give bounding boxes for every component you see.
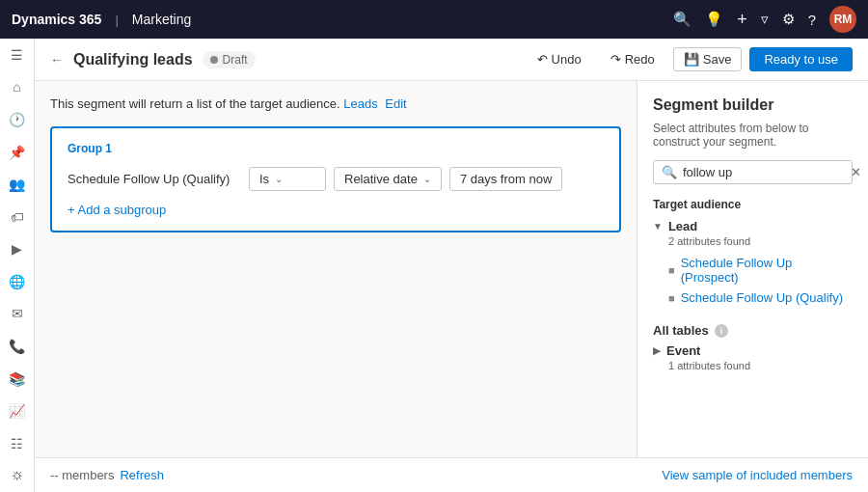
page-title: Qualifying leads — [73, 51, 193, 68]
condition-row: Schedule Follow Up (Qualify) Is ⌄ Relati… — [68, 167, 604, 191]
segment-editor: This segment will return a list of the t… — [35, 81, 637, 457]
view-sample-link[interactable]: View sample of included members — [662, 468, 853, 482]
date-type-chevron-icon: ⌄ — [423, 174, 431, 184]
status-badge: Draft — [203, 51, 256, 68]
status-label: Draft — [223, 53, 248, 67]
date-value: 7 days from now — [449, 167, 562, 191]
attribute-item-qualify[interactable]: ■ Schedule Follow Up (Qualify) — [653, 287, 853, 308]
attribute-icon-prospect: ■ — [668, 264, 675, 276]
sidebar-icon-tag[interactable]: 🏷 — [4, 208, 31, 226]
undo-icon: ↶ — [537, 52, 548, 67]
bottom-bar: -- members Refresh View sample of includ… — [35, 457, 868, 492]
condition-field: Schedule Follow Up (Qualify) — [68, 172, 241, 186]
operator-chevron-icon: ⌄ — [275, 174, 283, 184]
status-dot — [210, 56, 218, 64]
help-icon[interactable]: ? — [808, 12, 816, 28]
builder-title: Segment builder — [653, 96, 853, 114]
back-button[interactable]: ← — [50, 52, 64, 68]
save-button[interactable]: 💾 Save — [673, 47, 743, 71]
add-subgroup-button[interactable]: + Add a subgroup — [68, 203, 604, 217]
search-icon: 🔍 — [662, 165, 677, 179]
group-label: Group 1 — [68, 142, 604, 155]
search-input[interactable] — [683, 165, 845, 179]
edit-link[interactable]: Edit — [385, 96, 406, 111]
event-group-header[interactable]: ▶ Event — [653, 343, 853, 358]
plus-icon[interactable]: + — [737, 10, 747, 30]
redo-icon: ↷ — [610, 52, 621, 67]
sidebar-icon-home[interactable]: ⌂ — [4, 79, 31, 96]
audience-link[interactable]: Leads — [343, 96, 377, 111]
attribute-label-prospect: Schedule Follow Up (Prospect) — [681, 256, 845, 285]
topbar-icons: 🔍 💡 + ▿ ⚙ ? RM — [673, 6, 856, 33]
all-tables-label: All tables — [653, 323, 709, 338]
sidebar-icon-email[interactable]: ✉ — [4, 306, 31, 323]
ready-to-use-button[interactable]: Ready to use — [749, 47, 853, 71]
lightbulb-icon[interactable]: 💡 — [705, 11, 723, 28]
all-tables-header: All tables i — [653, 323, 853, 338]
event-group: ▶ Event 1 attributes found — [653, 343, 853, 371]
clear-icon[interactable]: ✕ — [851, 165, 861, 179]
main-layout: ☰ ⌂ 🕐 📌 👥 🏷 ▶ 🌐 ✉ 📞 📚 📈 ☷ ⛭ ← Qualifying… — [0, 39, 868, 492]
topbar-divider: | — [115, 13, 118, 27]
operator-dropdown[interactable]: Is ⌄ — [249, 167, 326, 191]
avatar[interactable]: RM — [829, 6, 856, 33]
event-count: 1 attributes found — [668, 360, 853, 371]
refresh-link[interactable]: Refresh — [120, 468, 164, 482]
lead-group: ▼ Lead 2 attributes found ■ Schedule Fol… — [653, 219, 853, 308]
settings-icon[interactable]: ⚙ — [782, 11, 795, 28]
app-name: Dynamics 365 — [12, 12, 101, 27]
lead-group-header[interactable]: ▼ Lead — [653, 219, 853, 233]
date-type-dropdown[interactable]: Relative date ⌄ — [334, 167, 442, 191]
filter-icon[interactable]: ▿ — [761, 11, 769, 28]
topbar: Dynamics 365 | Marketing 🔍 💡 + ▿ ⚙ ? RM — [0, 0, 868, 39]
attribute-icon-qualify: ■ — [668, 292, 675, 304]
redo-button[interactable]: ↷ Redo — [600, 47, 665, 71]
sidebar-icon-pin[interactable]: 📌 — [4, 144, 31, 161]
save-icon: 💾 — [684, 52, 699, 67]
sidebar-icon-arrow[interactable]: ▶ — [4, 240, 31, 258]
sidebar-icon-menu[interactable]: ☰ — [4, 46, 31, 64]
target-audience-header: Target audience — [653, 198, 853, 211]
undo-button[interactable]: ↶ Undo — [527, 47, 592, 71]
info-icon[interactable]: i — [715, 324, 728, 338]
sidebar-icon-cog[interactable]: ⛭ — [4, 468, 31, 485]
builder-description: Select attributes from below to construc… — [653, 122, 853, 149]
sidebar-icon-recent[interactable]: 🕐 — [4, 111, 31, 128]
attribute-label-qualify: Schedule Follow Up (Qualify) — [681, 290, 843, 305]
segment-info: This segment will return a list of the t… — [50, 96, 621, 111]
event-group-label: Event — [666, 343, 700, 358]
sidebar: ☰ ⌂ 🕐 📌 👥 🏷 ▶ 🌐 ✉ 📞 📚 📈 ☷ ⛭ — [0, 39, 35, 492]
event-chevron-icon: ▶ — [653, 345, 661, 356]
members-label: -- members — [50, 468, 114, 482]
sidebar-icon-book[interactable]: 📚 — [4, 370, 31, 388]
search-icon[interactable]: 🔍 — [673, 11, 692, 28]
sidebar-icon-grid[interactable]: ☷ — [4, 435, 31, 452]
lead-group-label: Lead — [668, 219, 697, 233]
sidebar-icon-phone[interactable]: 📞 — [4, 338, 31, 355]
page-header: ← Qualifying leads Draft ↶ Undo ↷ Redo 💾… — [35, 39, 868, 81]
search-box: 🔍 ✕ — [653, 160, 853, 184]
lead-count: 2 attributes found — [668, 235, 853, 247]
header-actions: ↶ Undo ↷ Redo 💾 Save Ready to use — [527, 47, 853, 71]
main-row: This segment will return a list of the t… — [35, 81, 868, 457]
module-name: Marketing — [132, 12, 191, 27]
content-area: ← Qualifying leads Draft ↶ Undo ↷ Redo 💾… — [35, 39, 868, 492]
sidebar-icon-people[interactable]: 👥 — [4, 176, 31, 193]
sidebar-icon-chart[interactable]: 📈 — [4, 402, 31, 420]
sidebar-icon-globe[interactable]: 🌐 — [4, 273, 31, 290]
attribute-item-prospect[interactable]: ■ Schedule Follow Up (Prospect) — [653, 253, 853, 287]
lead-chevron-icon: ▼ — [653, 221, 663, 232]
group-box: Group 1 Schedule Follow Up (Qualify) Is … — [50, 126, 621, 232]
segment-builder-panel: Segment builder Select attributes from b… — [637, 81, 868, 457]
